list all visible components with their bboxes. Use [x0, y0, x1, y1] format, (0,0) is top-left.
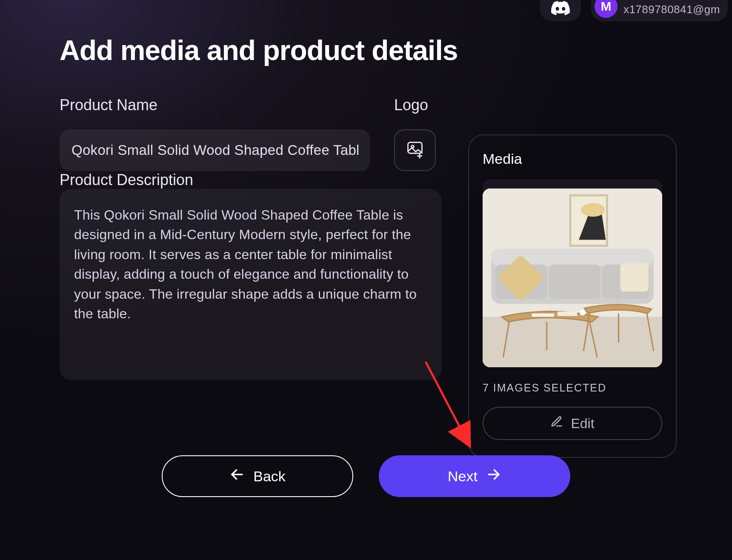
nav-buttons: Back Next: [162, 455, 570, 497]
edit-media-button[interactable]: Edit: [483, 407, 662, 440]
svg-rect-12: [620, 263, 649, 291]
logo-upload-button[interactable]: [394, 129, 436, 171]
svg-point-21: [580, 309, 586, 315]
row-name-logo: Product Name Logo: [60, 96, 443, 171]
next-label: Next: [448, 468, 478, 485]
media-preview-wrap: [483, 179, 662, 367]
svg-rect-3: [483, 317, 662, 367]
svg-rect-19: [532, 313, 554, 317]
svg-point-5: [581, 203, 605, 217]
page-title: Add media and product details: [60, 34, 698, 66]
discord-button[interactable]: [540, 0, 581, 21]
discord-icon: [551, 1, 570, 17]
svg-rect-20: [558, 311, 577, 316]
logo-field: Logo: [394, 96, 437, 171]
edit-icon: [550, 415, 563, 431]
right-column: Media: [468, 96, 677, 458]
media-selected-caption: 7 IMAGES SELECTED: [483, 382, 662, 394]
next-button[interactable]: Next: [379, 455, 570, 497]
logo-label: Logo: [394, 96, 437, 114]
furniture-scene-icon: [483, 189, 662, 367]
avatar-initial: M: [600, 0, 611, 14]
left-column: Product Name Logo: [60, 96, 443, 382]
arrow-right-icon: [486, 467, 501, 486]
back-label: Back: [253, 468, 286, 485]
media-title: Media: [483, 151, 662, 167]
edit-label: Edit: [571, 416, 594, 431]
product-description-textarea[interactable]: [60, 189, 442, 380]
product-name-label: Product Name: [60, 96, 370, 114]
columns: Product Name Logo: [60, 96, 698, 458]
product-name-field: Product Name: [60, 96, 370, 171]
arrow-left-icon: [229, 467, 245, 486]
media-card: Media: [468, 134, 677, 458]
user-menu[interactable]: M x1789780841@gm: [591, 0, 728, 21]
media-thumbnail[interactable]: [483, 189, 662, 367]
page: Add media and product details Product Na…: [60, 34, 698, 458]
image-add-icon: [406, 140, 424, 160]
svg-rect-9: [549, 265, 600, 299]
product-description-label: Product Description: [60, 171, 193, 189]
product-name-input[interactable]: [60, 129, 370, 171]
user-email: x1789780841@gm: [623, 3, 720, 16]
top-bar: M x1789780841@gm: [540, 0, 732, 21]
avatar: M: [595, 0, 618, 18]
back-button[interactable]: Back: [162, 455, 353, 497]
